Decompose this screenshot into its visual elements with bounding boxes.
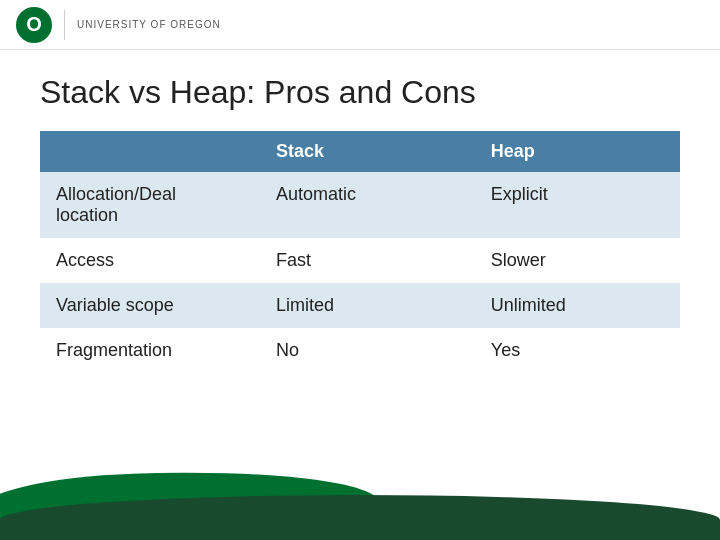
university-name: UNIVERSITY OF OREGON (77, 18, 221, 31)
row-label-fragmentation: Fragmentation (40, 328, 260, 373)
logo-letter: O (26, 13, 42, 36)
row-label-allocation: Allocation/Deallocation (40, 172, 260, 238)
row-stack-allocation: Automatic (260, 172, 475, 238)
comparison-table: Stack Heap Allocation/Deallocation Autom… (40, 131, 680, 373)
col-header-stack: Stack (260, 131, 475, 172)
table-row: Allocation/Deallocation Automatic Explic… (40, 172, 680, 238)
main-content: Stack vs Heap: Pros and Cons Stack Heap … (0, 50, 720, 393)
col-header-category (40, 131, 260, 172)
row-stack-fragmentation: No (260, 328, 475, 373)
row-stack-access: Fast (260, 238, 475, 283)
table-row: Variable scope Limited Unlimited (40, 283, 680, 328)
university-logo: O (16, 7, 52, 43)
table-header-row: Stack Heap (40, 131, 680, 172)
row-heap-scope: Unlimited (475, 283, 680, 328)
table-row: Access Fast Slower (40, 238, 680, 283)
row-stack-scope: Limited (260, 283, 475, 328)
col-header-heap: Heap (475, 131, 680, 172)
wave-dark (0, 495, 720, 540)
table-row: Fragmentation No Yes (40, 328, 680, 373)
row-heap-access: Slower (475, 238, 680, 283)
footer-decoration (0, 480, 720, 540)
row-label-access: Access (40, 238, 260, 283)
row-heap-fragmentation: Yes (475, 328, 680, 373)
page-title: Stack vs Heap: Pros and Cons (40, 74, 680, 111)
header-divider (64, 10, 65, 40)
row-label-scope: Variable scope (40, 283, 260, 328)
header: O UNIVERSITY OF OREGON (0, 0, 720, 50)
row-heap-allocation: Explicit (475, 172, 680, 238)
